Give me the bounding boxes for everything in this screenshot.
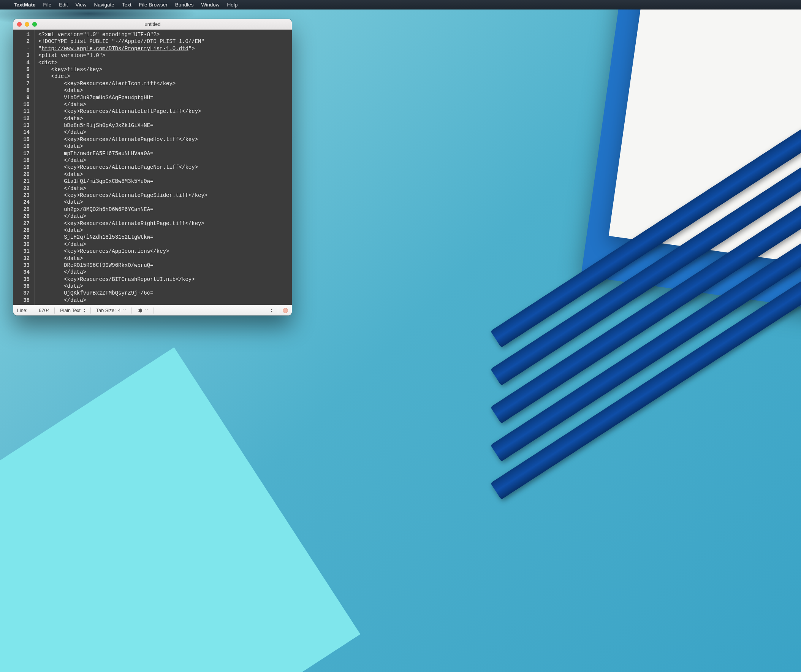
bundle-items-menu[interactable]: ﹀: [137, 308, 149, 313]
separator: [90, 308, 91, 314]
code-line: </data>: [39, 101, 288, 108]
macro-record-button[interactable]: [283, 308, 288, 313]
app-name-menu[interactable]: TextMate: [10, 0, 40, 10]
line-number: 20: [13, 171, 31, 178]
menu-file-browser[interactable]: File Browser: [135, 0, 171, 10]
language-label: Plain Text: [60, 308, 80, 313]
close-button[interactable]: [17, 22, 22, 27]
code-line: <data>: [39, 87, 288, 94]
zoom-button[interactable]: [32, 22, 37, 27]
editor-area[interactable]: 12·3456789101112131415161718192021222324…: [13, 30, 292, 305]
code-line: <data>: [39, 143, 288, 150]
line-number: 3: [13, 52, 31, 59]
line-number: 31: [13, 248, 31, 255]
gear-icon: [137, 308, 143, 313]
menu-help[interactable]: Help: [223, 0, 241, 10]
line-number: 18: [13, 157, 31, 164]
line-number: 33: [13, 262, 31, 269]
line-number: 34: [13, 269, 31, 276]
code-line: <key>Resources/AlternatePageNor.tiff</ke…: [39, 164, 288, 171]
code-line: "http://www.apple.com/DTDs/PropertyList-…: [39, 45, 288, 52]
menu-window[interactable]: Window: [197, 0, 223, 10]
line-number: 2: [13, 38, 31, 45]
line-number: 21: [13, 178, 31, 185]
code-line: </data>: [39, 129, 288, 136]
menu-bundles[interactable]: Bundles: [171, 0, 198, 10]
line-number: 16: [13, 143, 31, 150]
code-line: <dict>: [39, 73, 288, 80]
line-number: ·: [13, 45, 31, 52]
code-line: <key>Resources/AlternateRightPage.tiff</…: [39, 220, 288, 227]
code-line: <key>Resources/AlternateLeftPage.tiff</k…: [39, 108, 288, 115]
line-number: 28: [13, 227, 31, 234]
line-number: 13: [13, 122, 31, 129]
code-line: <data>: [39, 227, 288, 234]
code-line: mpTh/nwdrEA5Fl675euNLHVaa0A=: [39, 150, 288, 157]
tab-size-label: Tab Size:: [96, 308, 116, 313]
code-line: </data>: [39, 297, 288, 304]
line-number: 12: [13, 115, 31, 122]
editor-window: untitled 12·3456789101112131415161718192…: [13, 19, 292, 316]
code-line: <data>: [39, 283, 288, 290]
code-line: <!DOCTYPE plist PUBLIC "-//Apple//DTD PL…: [39, 38, 288, 45]
code-line: <key>files</key>: [39, 66, 288, 73]
code-line: <?xml version="1.0" encoding="UTF-8"?>: [39, 31, 288, 38]
line-number: 27: [13, 220, 31, 227]
line-number: 7: [13, 80, 31, 87]
separator: [153, 308, 154, 314]
menu-edit[interactable]: Edit: [55, 0, 71, 10]
menu-text[interactable]: Text: [118, 0, 135, 10]
line-number: 37: [13, 290, 31, 297]
code-line: Gla1fQl/mi3qpCxCBw8M3k5Yu0w=: [39, 178, 288, 185]
line-number: 9: [13, 94, 31, 101]
window-title: untitled: [145, 21, 161, 27]
line-number: 4: [13, 59, 31, 66]
line-number-gutter: 12·3456789101112131415161718192021222324…: [13, 30, 35, 305]
symbol-selector[interactable]: ▴▾: [269, 308, 273, 313]
menu-file[interactable]: File: [40, 0, 55, 10]
stepper-icon: ▴▾: [84, 308, 85, 313]
code-line: </data>: [39, 241, 288, 248]
code-line: bDe8n5rRijSh0pAyJxZk1GiX+NE=: [39, 122, 288, 129]
line-number: 30: [13, 241, 31, 248]
line-number: 24: [13, 199, 31, 206]
line-number: 5: [13, 66, 31, 73]
code-text-area[interactable]: <?xml version="1.0" encoding="UTF-8"?><!…: [35, 30, 292, 305]
dtd-url-link[interactable]: http://www.apple.com/DTDs/PropertyList-1…: [42, 46, 188, 52]
code-line: </data>: [39, 269, 288, 276]
code-line: <data>: [39, 171, 288, 178]
line-number: 6: [13, 73, 31, 80]
code-line: VlbDfJu97qmUoSAAgFpau4ptgHU=: [39, 94, 288, 101]
line-number: 11: [13, 108, 31, 115]
minimize-button[interactable]: [25, 22, 29, 27]
status-line-value[interactable]: 6704: [39, 308, 50, 313]
language-selector[interactable]: Plain Text ▴▾: [59, 308, 86, 313]
menu-view[interactable]: View: [72, 0, 90, 10]
code-line: UjQKkfvuPBxzZFMbQsyrZ9j+/6c=: [39, 290, 288, 297]
line-number: 36: [13, 283, 31, 290]
code-line: </data>: [39, 157, 288, 164]
separator: [54, 308, 55, 314]
menu-navigate[interactable]: Navigate: [90, 0, 118, 10]
line-number: 14: [13, 129, 31, 136]
line-number: 32: [13, 255, 31, 262]
chevron-down-icon: ﹀: [145, 308, 148, 313]
line-number: 29: [13, 234, 31, 240]
status-line-label: Line:: [17, 308, 27, 313]
code-line: <key>Resources/BITCrashReportUI.nib</key…: [39, 276, 288, 283]
code-line: <key>Resources/AlternatePageSlider.tiff<…: [39, 192, 288, 199]
line-number: 10: [13, 101, 31, 108]
separator: [132, 308, 132, 314]
code-line: <data>: [39, 199, 288, 206]
line-number: 8: [13, 87, 31, 94]
code-line: uh2gx/8MQO2h6hD6W6P6YCanNEA=: [39, 206, 288, 213]
window-titlebar[interactable]: untitled: [13, 19, 292, 30]
line-number: 26: [13, 213, 31, 220]
line-number: 25: [13, 206, 31, 213]
code-line: <data>: [39, 115, 288, 122]
system-menubar: TextMate File Edit View Navigate Text Fi…: [0, 0, 801, 10]
code-line: <key>Resources/AppIcon.icns</key>: [39, 248, 288, 255]
code-line: <data>: [39, 255, 288, 262]
code-line: <plist version="1.0">: [39, 52, 288, 59]
tab-size-selector[interactable]: Tab Size: 4 ﹀: [95, 308, 127, 313]
